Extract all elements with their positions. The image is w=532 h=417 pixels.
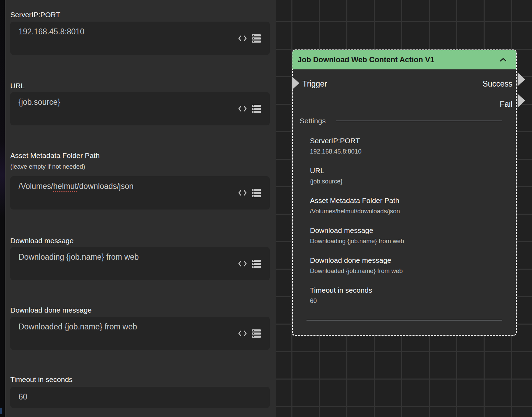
- serverip-port-label: ServerIP:PORT: [10, 10, 60, 19]
- node-bottom-divider: [307, 320, 502, 320]
- download-message-label: Download message: [10, 236, 73, 245]
- setting-label: Download message: [310, 226, 373, 235]
- download-done-message-value: Downloaded {job.name} from web: [19, 322, 137, 332]
- settings-divider: [336, 121, 502, 121]
- misspelled-word: helmut: [53, 182, 77, 192]
- node-header[interactable]: Job Download Web Content Action V1: [292, 50, 516, 69]
- trigger-port-label: Trigger: [302, 79, 327, 89]
- parameters-panel: ServerIP:PORT 192.168.45.8:8010 URL {job…: [5, 0, 276, 417]
- setting-value: 60: [310, 297, 317, 305]
- setting-value: Downloading {job.name} from web: [310, 237, 404, 245]
- setting-label: ServerIP:PORT: [310, 136, 360, 145]
- success-output-port-arrow[interactable]: [518, 72, 525, 86]
- node-title: Job Download Web Content Action V1: [298, 55, 434, 64]
- code-icon[interactable]: [238, 330, 247, 337]
- download-done-message-label: Download done message: [10, 306, 92, 315]
- window-edge-strip: [0, 0, 5, 417]
- setting-label: Download done message: [310, 256, 391, 265]
- node-canvas[interactable]: Job Download Web Content Action V1 Trigg…: [276, 0, 532, 417]
- url-label: URL: [10, 81, 25, 90]
- code-icon[interactable]: [238, 105, 247, 112]
- timeout-value: 60: [19, 392, 27, 402]
- setting-label: URL: [310, 166, 324, 175]
- code-icon[interactable]: [238, 35, 247, 42]
- chevron-up-icon[interactable]: [500, 58, 507, 62]
- setting-value: {job.source}: [310, 178, 343, 185]
- code-icon[interactable]: [238, 260, 247, 267]
- url-input[interactable]: {job.source}: [10, 92, 270, 125]
- asset-metadata-folder-path-value: /Volumes/helmut/downloads/json: [19, 181, 134, 191]
- settings-heading: Settings: [300, 116, 326, 125]
- code-icon[interactable]: [238, 190, 247, 196]
- server-list-icon[interactable]: [252, 105, 261, 113]
- download-done-message-input[interactable]: Downloaded {job.name} from web: [10, 317, 270, 350]
- success-port-label: Success: [483, 79, 512, 89]
- trigger-input-port-arrow[interactable]: [292, 76, 299, 90]
- asset-metadata-folder-path-label: Asset Metadata Folder Path: [10, 151, 100, 160]
- workflow-editor: ServerIP:PORT 192.168.45.8:8010 URL {job…: [0, 0, 532, 417]
- setting-label: Timeout in seconds: [310, 286, 372, 295]
- server-list-icon[interactable]: [252, 260, 261, 268]
- timeout-input[interactable]: 60: [10, 387, 270, 408]
- download-message-input[interactable]: Downloading {job.name} from web: [10, 247, 270, 280]
- window-edge-artifact: [0, 408, 2, 414]
- fail-port-label: Fail: [500, 99, 512, 109]
- action-node[interactable]: Job Download Web Content Action V1 Trigg…: [292, 49, 517, 336]
- serverip-port-input[interactable]: 192.168.45.8:8010: [10, 22, 270, 55]
- url-value: {job.source}: [19, 97, 60, 107]
- fail-output-port-arrow[interactable]: [518, 94, 525, 108]
- setting-value: 192.168.45.8:8010: [310, 148, 361, 155]
- server-list-icon[interactable]: [252, 189, 261, 197]
- serverip-port-value: 192.168.45.8:8010: [19, 26, 84, 37]
- asset-metadata-folder-path-input[interactable]: /Volumes/helmut/downloads/json: [10, 176, 270, 210]
- setting-label: Asset Metadata Folder Path: [310, 196, 399, 205]
- setting-value: /Volumes/helmut/downloads/json: [310, 207, 400, 215]
- setting-value: Downloaded {job.name} from web: [310, 267, 403, 275]
- server-list-icon[interactable]: [252, 34, 261, 43]
- timeout-label: Timeout in seconds: [10, 375, 72, 384]
- server-list-icon[interactable]: [252, 329, 261, 338]
- asset-metadata-folder-path-hint: (leave empty if not needed): [10, 163, 85, 170]
- download-message-value: Downloading {job.name} from web: [19, 252, 139, 262]
